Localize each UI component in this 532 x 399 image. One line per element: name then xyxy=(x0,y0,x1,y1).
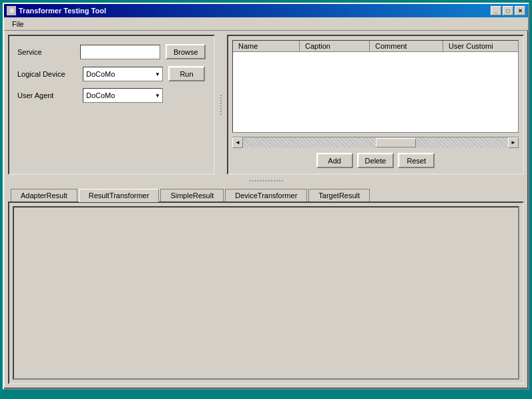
tab-device-transformer[interactable]: DeviceTransformer xyxy=(225,189,307,202)
tab-target-result[interactable]: TargetResult xyxy=(308,189,370,202)
button-row: Add Delete Reset xyxy=(232,151,519,169)
table-body[interactable] xyxy=(233,52,518,132)
tab-bar: AdapterResult ResultTransformer SimpleRe… xyxy=(8,187,524,202)
tab-content-area xyxy=(8,202,524,384)
horizontal-resize-divider[interactable] xyxy=(8,179,524,183)
delete-button[interactable]: Delete xyxy=(357,153,394,168)
title-bar: ⚙ Transformer Testing Tool _ □ ✕ xyxy=(4,4,528,17)
service-input[interactable] xyxy=(80,45,160,59)
title-bar-left: ⚙ Transformer Testing Tool xyxy=(7,6,106,15)
run-button[interactable]: Run xyxy=(168,66,205,81)
window-title: Transformer Testing Tool xyxy=(19,7,106,15)
menu-bar: File xyxy=(4,17,528,31)
logical-device-row: Logical Device DoCoMo Run xyxy=(17,66,206,81)
scroll-track[interactable] xyxy=(243,137,508,147)
app-icon: ⚙ xyxy=(7,6,16,15)
vertical-resize-handle[interactable] xyxy=(219,35,223,175)
main-window: ⚙ Transformer Testing Tool _ □ ✕ File Se… xyxy=(3,3,529,390)
top-section: Service Browse Logical Device DoCoMo Run xyxy=(8,35,524,175)
user-agent-row: User Agent DoCoMo xyxy=(17,88,206,103)
scroll-left-btn[interactable]: ◄ xyxy=(232,137,243,148)
tab-adapter-result[interactable]: AdapterResult xyxy=(11,189,77,202)
tab-inner-content xyxy=(13,206,519,380)
left-panel: Service Browse Logical Device DoCoMo Run xyxy=(8,35,215,175)
content-area: Service Browse Logical Device DoCoMo Run xyxy=(4,31,528,388)
user-agent-label: User Agent xyxy=(17,91,77,99)
col-header-user: User Customi xyxy=(443,41,518,51)
user-agent-select-wrapper: DoCoMo xyxy=(83,88,163,103)
reset-button[interactable]: Reset xyxy=(398,153,435,168)
table-header: Name Caption Comment User Customi xyxy=(233,41,518,52)
tabs-section: AdapterResult ResultTransformer SimpleRe… xyxy=(8,187,524,384)
user-agent-select[interactable]: DoCoMo xyxy=(83,88,163,103)
col-header-name: Name xyxy=(233,41,300,51)
tab-result-transformer[interactable]: ResultTransformer xyxy=(79,189,160,202)
minimize-button[interactable]: _ xyxy=(491,6,501,15)
tab-simple-result[interactable]: SimpleResult xyxy=(160,189,224,202)
col-header-comment: Comment xyxy=(370,41,443,51)
add-button[interactable]: Add xyxy=(316,153,353,168)
title-buttons: _ □ ✕ xyxy=(491,6,525,15)
browse-button[interactable]: Browse xyxy=(166,44,206,59)
logical-device-label: Logical Device xyxy=(17,70,77,78)
table-area: Name Caption Comment User Customi xyxy=(232,40,519,133)
horizontal-scrollbar[interactable]: ◄ ► xyxy=(232,137,519,147)
close-button[interactable]: ✕ xyxy=(515,6,525,15)
right-panel: Name Caption Comment User Customi ◄ ► xyxy=(227,35,524,175)
service-label: Service xyxy=(17,48,75,56)
menu-file[interactable]: File xyxy=(7,19,29,29)
scroll-right-btn[interactable]: ► xyxy=(508,137,519,148)
scroll-thumb[interactable] xyxy=(376,138,416,147)
logical-device-select[interactable]: DoCoMo xyxy=(83,67,163,81)
resize-dots xyxy=(250,180,283,181)
maximize-button[interactable]: □ xyxy=(503,6,513,15)
col-header-caption: Caption xyxy=(300,41,370,51)
service-row: Service Browse xyxy=(17,44,206,59)
logical-device-select-wrapper: DoCoMo xyxy=(83,67,163,81)
